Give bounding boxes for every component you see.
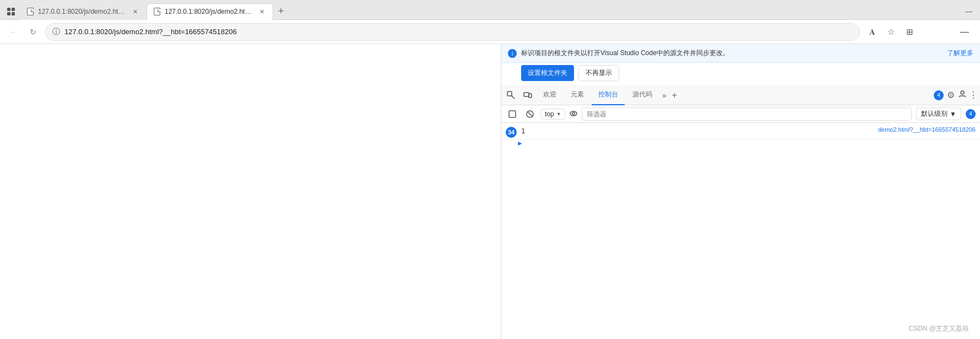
notification-badge: 4 [934, 90, 944, 100]
learn-more-link[interactable]: 了解更多 [947, 49, 973, 58]
add-panel-button[interactable]: + [670, 90, 679, 100]
address-right-buttons: 𝐀 ☆ ⊞ [864, 24, 917, 40]
svg-line-10 [527, 111, 533, 117]
collections-button[interactable]: ⊞ [902, 24, 917, 40]
browser-minimize[interactable]: — [955, 27, 974, 37]
tab-title-2: 127.0.0.1:8020/js/demo2.html?_... [165, 8, 253, 15]
webpage-content [0, 44, 501, 339]
info-icon: i [508, 49, 517, 58]
clear-console-button[interactable] [506, 107, 519, 121]
svg-rect-5 [524, 93, 529, 96]
inspect-element-icon[interactable] [503, 88, 519, 103]
read-aloud-button[interactable]: 𝐀 [864, 24, 880, 40]
refresh-button[interactable]: ↻ [25, 24, 41, 40]
devtools-tabs: 欢迎 元素 控制台 源代码 » + 4 ⚙ [501, 85, 980, 105]
devtools-panel: i 标识项目的根文件夹以打开Visual Studio Code中的源文件并同步… [501, 44, 980, 339]
info-banner-container: i 标识项目的根文件夹以打开Visual Studio Code中的源文件并同步… [501, 44, 980, 85]
context-label: top [545, 110, 554, 118]
svg-rect-2 [7, 12, 10, 15]
profile-icon[interactable] [958, 90, 967, 101]
console-expand-arrow[interactable]: ► [501, 139, 980, 147]
browser-tab-1[interactable]: 127.0.0.1:8020/js/demo2.html?_... ✕ [20, 3, 147, 20]
new-tab-button[interactable]: + [273, 4, 289, 19]
tab-console[interactable]: 控制台 [592, 85, 625, 105]
browser-app-icon[interactable] [6, 6, 17, 17]
more-options-icon[interactable]: ⋮ [969, 90, 978, 100]
browser-frame: 127.0.0.1:8020/js/demo2.html?_... ✕ 127.… [0, 0, 980, 339]
device-emulation-icon[interactable] [520, 88, 535, 103]
svg-rect-8 [509, 111, 516, 117]
console-entry-0: 34 1 demo2.html?__hbt=1665574518206 [501, 125, 980, 139]
tab-doc-icon-2 [154, 8, 160, 15]
eye-icon[interactable] [570, 110, 577, 118]
svg-rect-4 [507, 92, 512, 96]
tab-doc-icon-1 [27, 8, 34, 15]
context-selector[interactable]: top ▼ [541, 109, 565, 120]
address-field[interactable]: ⓘ 127.0.0.1:8020/js/demo2.html?__hbt=166… [45, 23, 860, 41]
context-dropdown-arrow: ▼ [556, 111, 561, 117]
svg-point-12 [572, 112, 575, 115]
tab-elements[interactable]: 元素 [564, 85, 591, 105]
watermark: CSDN @芝芝又荔枝 [908, 324, 969, 333]
security-info-icon: ⓘ [52, 27, 60, 37]
tab-source[interactable]: 源代码 [626, 85, 659, 105]
svg-rect-0 [7, 8, 10, 11]
address-text: 127.0.0.1:8020/js/demo2.html?__hbt=16655… [64, 28, 237, 36]
browser-restore-button[interactable]: — [958, 4, 980, 19]
more-tabs-button[interactable]: » [660, 91, 669, 100]
console-content: 34 1 demo2.html?__hbt=1665574518206 ► [501, 123, 980, 339]
tab-title-1: 127.0.0.1:8020/js/demo2.html?_... [38, 8, 126, 15]
console-toolbar: top ▼ 默认级别 ▼ 4 [501, 105, 980, 123]
filter-toggle-button[interactable] [523, 107, 537, 121]
console-count-badge: 34 [506, 127, 517, 138]
svg-point-11 [570, 111, 577, 116]
console-value: 1 [521, 126, 525, 135]
filter-input[interactable] [582, 107, 912, 121]
tab-close-1[interactable]: ✕ [131, 7, 139, 16]
banner-buttons: 设置根文件夹 不再显示 [501, 63, 980, 85]
info-banner-text: 标识项目的根文件夹以打开Visual Studio Code中的源文件并同步更改… [521, 49, 943, 58]
tab-close-2[interactable]: ✕ [257, 7, 266, 16]
main-area: i 标识项目的根文件夹以打开Visual Studio Code中的源文件并同步… [0, 44, 980, 339]
level-label: 默认级别 [921, 109, 947, 119]
tab-welcome[interactable]: 欢迎 [537, 85, 563, 105]
set-root-button[interactable]: 设置根文件夹 [521, 65, 574, 81]
info-banner: i 标识项目的根文件夹以打开Visual Studio Code中的源文件并同步… [501, 44, 980, 63]
svg-rect-1 [12, 8, 15, 11]
dismiss-button[interactable]: 不再显示 [578, 65, 619, 81]
console-source-link[interactable]: demo2.html?__hbt=1665574518206 [878, 126, 976, 133]
tab-bar: 127.0.0.1:8020/js/demo2.html?_... ✕ 127.… [0, 0, 980, 20]
svg-rect-3 [12, 12, 15, 15]
settings-icon[interactable]: ⚙ [947, 90, 955, 100]
level-dropdown-arrow: ▼ [950, 110, 956, 118]
svg-rect-6 [529, 94, 532, 98]
favorites-icon[interactable]: ☆ [883, 24, 898, 40]
level-selector[interactable]: 默认级别 ▼ [916, 107, 961, 120]
console-badge-count: 4 [966, 109, 976, 119]
address-bar: ← ↻ ⓘ 127.0.0.1:8020/js/demo2.html?__hbt… [0, 20, 980, 44]
svg-point-7 [961, 91, 964, 94]
back-button[interactable]: ← [6, 24, 21, 40]
browser-tab-2[interactable]: 127.0.0.1:8020/js/demo2.html?_... ✕ [147, 3, 273, 20]
